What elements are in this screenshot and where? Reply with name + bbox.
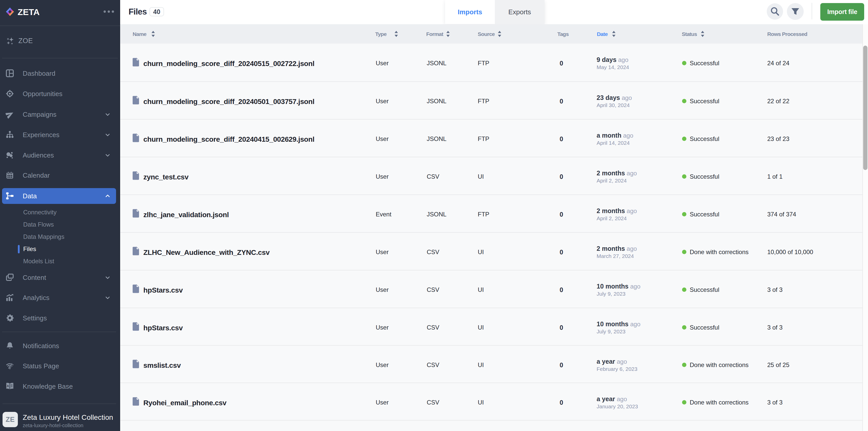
svg-text:A: A (7, 384, 9, 388)
